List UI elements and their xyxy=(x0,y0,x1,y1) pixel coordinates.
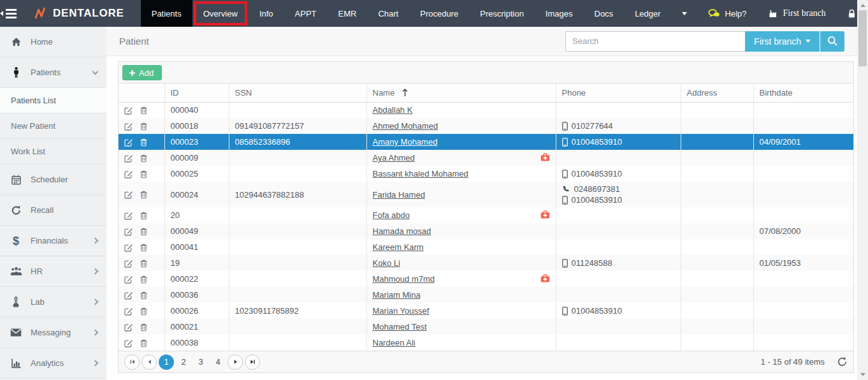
table-row[interactable]: 000040Abdallah K xyxy=(119,102,853,118)
column-header-phone[interactable]: Phone xyxy=(556,84,681,102)
table-row[interactable]: 000009Aya Ahmed xyxy=(119,150,853,166)
delete-row-button[interactable] xyxy=(140,323,148,332)
tab-procedure[interactable]: Procedure xyxy=(409,0,469,27)
delete-row-button[interactable] xyxy=(140,291,148,300)
delete-row-button[interactable] xyxy=(140,106,148,115)
patient-name-link[interactable]: Fofa abdo xyxy=(373,210,410,220)
edit-row-button[interactable] xyxy=(124,106,133,115)
patient-name-link[interactable]: Mariam Mina xyxy=(373,290,421,300)
edit-row-button[interactable] xyxy=(124,291,133,300)
patient-name-link[interactable]: Hamada mosad xyxy=(373,226,431,236)
delete-row-button[interactable] xyxy=(140,154,148,163)
sidebar-collapse-button[interactable] xyxy=(0,0,17,27)
table-row[interactable]: 19Koko Li01124858801/05/1953 xyxy=(119,255,853,271)
first-page-button[interactable] xyxy=(124,354,140,370)
tab-appt[interactable]: APPT xyxy=(284,0,328,27)
table-row[interactable]: 000021Mohamed Test xyxy=(119,319,853,335)
column-header-ssn[interactable]: SSN xyxy=(229,84,366,102)
edit-row-button[interactable] xyxy=(124,275,133,284)
edit-row-button[interactable] xyxy=(124,122,133,131)
delete-row-button[interactable] xyxy=(140,170,148,179)
table-row[interactable]: 00002610230911785892Marian Youssef010048… xyxy=(119,303,853,319)
page-number-3[interactable]: 3 xyxy=(193,354,208,370)
sidebar-item-lab[interactable]: Lab xyxy=(0,287,106,318)
sidebar-item-patients-list[interactable]: Patients List xyxy=(0,88,106,113)
edit-row-button[interactable] xyxy=(124,170,133,179)
sidebar-item-recall[interactable]: Recall xyxy=(0,195,106,226)
branch-menu-item[interactable]: First branch xyxy=(758,8,837,18)
delete-row-button[interactable] xyxy=(140,243,148,252)
patient-name-link[interactable]: Aya Ahmed xyxy=(373,153,415,163)
sidebar-item-patients[interactable]: Patients xyxy=(0,57,106,88)
delete-row-button[interactable] xyxy=(140,138,148,147)
table-row[interactable]: 000018091491087772157Ahmed Mohamed010277… xyxy=(119,118,853,134)
sidebar-item-scheduler[interactable]: Scheduler xyxy=(0,164,106,195)
patient-name-link[interactable]: Kareem Karm xyxy=(373,242,424,252)
table-row[interactable]: 000024102944637882188Farida Hamed0248697… xyxy=(119,182,853,207)
delete-row-button[interactable] xyxy=(140,259,148,268)
edit-row-button[interactable] xyxy=(124,339,133,347)
next-page-button[interactable] xyxy=(228,354,243,370)
delete-row-button[interactable] xyxy=(140,122,148,131)
edit-row-button[interactable] xyxy=(124,138,133,147)
last-page-button[interactable] xyxy=(245,354,260,370)
app-logo[interactable]: DENTALORE xyxy=(17,0,141,27)
edit-row-button[interactable] xyxy=(124,323,133,332)
scrollbar-up-arrow[interactable] xyxy=(857,0,868,10)
page-number-2[interactable]: 2 xyxy=(176,354,191,370)
sidebar-item-hr[interactable]: HR xyxy=(0,256,106,287)
delete-row-button[interactable] xyxy=(140,211,148,220)
patient-name-link[interactable]: Bassant khaled Mohamed xyxy=(373,169,468,179)
column-header-address[interactable]: Address xyxy=(681,84,753,102)
sidebar-item-messaging[interactable]: Messaging xyxy=(0,318,106,348)
tab-info[interactable]: Info xyxy=(249,0,284,27)
patient-name-link[interactable]: Nardeen Ali xyxy=(373,338,416,347)
vertical-scrollbar[interactable] xyxy=(857,0,868,380)
edit-row-button[interactable] xyxy=(124,227,133,236)
tab-overview[interactable]: Overview xyxy=(192,0,249,27)
tab-prescription[interactable]: Prescription xyxy=(469,0,535,27)
sidebar-item-home[interactable]: Home xyxy=(0,27,106,57)
tab-patients[interactable]: Patients xyxy=(141,0,192,27)
patient-name-link[interactable]: Ahmed Mohamed xyxy=(373,121,438,131)
patient-name-link[interactable]: Koko Li xyxy=(373,258,400,268)
table-row[interactable]: 000041Kareem Karm xyxy=(119,239,853,255)
delete-row-button[interactable] xyxy=(140,307,148,316)
help-menu-item[interactable]: Help? xyxy=(697,9,758,18)
table-row[interactable]: 000022Mahmoud m7md xyxy=(119,271,853,287)
table-row[interactable]: 000025Bassant khaled Mohamed01004853910 xyxy=(119,166,853,182)
page-number-1[interactable]: 1 xyxy=(159,354,174,370)
tabs-overflow-button[interactable] xyxy=(672,0,697,27)
tab-images[interactable]: Images xyxy=(535,0,584,27)
sidebar-item-financials[interactable]: $Financials xyxy=(0,226,106,256)
tab-docs[interactable]: Docs xyxy=(584,0,625,27)
patient-name-link[interactable]: Mahmoud m7md xyxy=(373,274,435,284)
delete-row-button[interactable] xyxy=(140,339,148,347)
edit-row-button[interactable] xyxy=(124,243,133,252)
patient-name-link[interactable]: Mohamed Test xyxy=(373,322,427,332)
page-number-4[interactable]: 4 xyxy=(210,354,226,370)
tab-chart[interactable]: Chart xyxy=(367,0,409,27)
table-row[interactable]: 000038Nardeen Ali xyxy=(119,335,853,351)
sidebar-item-analytics[interactable]: Analytics xyxy=(0,348,106,379)
column-header-id[interactable]: ID xyxy=(164,84,229,102)
delete-row-button[interactable] xyxy=(140,190,148,199)
patient-name-link[interactable]: Abdallah K xyxy=(373,105,413,115)
edit-row-button[interactable] xyxy=(124,154,133,163)
edit-row-button[interactable] xyxy=(124,259,133,268)
branch-filter-button[interactable]: First branch xyxy=(745,31,820,52)
previous-page-button[interactable] xyxy=(141,354,157,370)
table-row[interactable]: 000023085852336896Amany Mohamed010048539… xyxy=(119,134,853,150)
edit-row-button[interactable] xyxy=(124,307,133,316)
scrollbar-thumb[interactable] xyxy=(858,10,867,66)
sidebar-item-new-patient[interactable]: New Patient xyxy=(0,113,106,139)
table-row[interactable]: 000049Hamada mosad07/08/2000 xyxy=(119,223,853,239)
edit-row-button[interactable] xyxy=(124,211,133,220)
table-row[interactable]: 20Fofa abdo xyxy=(119,207,853,223)
sidebar-item-work-list[interactable]: Work List xyxy=(0,139,106,164)
edit-row-button[interactable] xyxy=(124,190,133,199)
table-row[interactable]: 000036Mariam Mina xyxy=(119,287,853,303)
column-header-birthdate[interactable]: Birthdate xyxy=(753,84,853,102)
refresh-button[interactable] xyxy=(837,356,848,367)
tab-ledger[interactable]: Ledger xyxy=(624,0,671,27)
